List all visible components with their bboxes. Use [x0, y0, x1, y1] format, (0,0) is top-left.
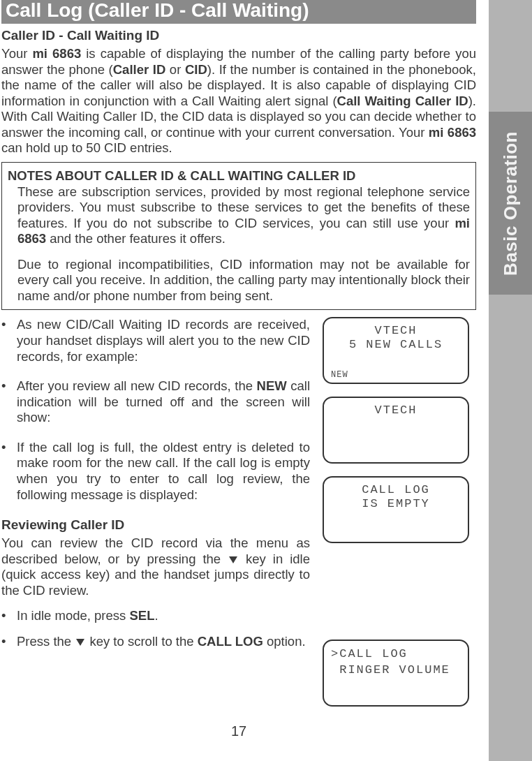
lcd-new-calls: VTECH 5 NEW CALLS NEW: [323, 317, 469, 384]
notes-p1: These are subscription services, provide…: [17, 184, 470, 247]
lcd-menu: >CALL LOG RINGER VOLUME: [323, 640, 469, 707]
down-arrow-key-icon: [75, 637, 86, 647]
lcd-idle: VTECH: [323, 397, 469, 464]
svg-marker-1: [76, 639, 84, 646]
page-title: Call Log (Caller ID - Call Waiting): [6, 0, 309, 22]
notes-box: NOTES ABOUT CALLER ID & CALL WAITING CAL…: [1, 162, 476, 311]
intro-paragraph: Your mi 6863 is capable of displaying th…: [1, 46, 476, 156]
bullet-2: • After you review all new CID records, …: [1, 378, 310, 426]
bullet-3: • If the call log is full, the oldest en…: [1, 440, 310, 503]
notes-title: NOTES ABOUT CALLER ID & CALL WAITING CAL…: [8, 168, 470, 184]
two-column-area: • As new CID/Call Waiting ID records are…: [1, 317, 476, 719]
review-paragraph: You can review the CID record via the me…: [1, 535, 310, 598]
page-number: 17: [1, 723, 476, 739]
side-tab: Basic Operation: [489, 112, 532, 295]
side-tab-label: Basic Operation: [500, 131, 522, 276]
notes-p2: Due to regional incompatibilities, CID i…: [17, 257, 470, 304]
step-1: • In idle mode, press SEL.: [1, 608, 310, 624]
lcd-empty: CALL LOG IS EMPTY: [323, 476, 469, 543]
step-2: • Press the key to scroll to the CALL LO…: [1, 634, 310, 650]
page-content: Call Log (Caller ID - Call Waiting) Call…: [0, 0, 480, 739]
svg-marker-0: [229, 556, 237, 563]
left-column: • As new CID/Call Waiting ID records are…: [1, 317, 310, 719]
right-column-lcds: VTECH 5 NEW CALLS NEW VTECH CALL LOG IS …: [323, 317, 476, 719]
page-title-bar: Call Log (Caller ID - Call Waiting): [1, 0, 476, 24]
bullet-1: • As new CID/Call Waiting ID records are…: [1, 317, 310, 364]
section-heading-reviewing: Reviewing Caller ID: [1, 517, 310, 533]
down-arrow-key-icon: [228, 555, 239, 565]
section-heading-caller-id: Caller ID - Call Waiting ID: [1, 28, 476, 43]
